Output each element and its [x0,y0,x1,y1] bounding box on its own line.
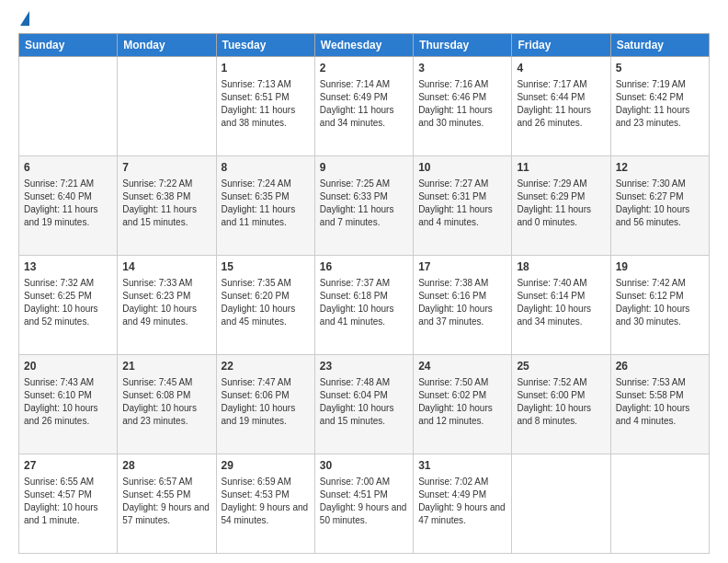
day-number: 9 [320,160,408,176]
calendar-cell: 26Sunrise: 7:53 AMSunset: 5:58 PMDayligh… [610,355,709,454]
daylight-text: Daylight: 10 hours and 19 minutes. [222,402,310,428]
sunset-text: Sunset: 6:33 PM [320,190,408,203]
sunset-text: Sunset: 6:49 PM [320,91,408,104]
sunrise-text: Sunrise: 7:24 AM [222,178,310,190]
sunset-text: Sunset: 6:10 PM [24,389,112,402]
day-number: 17 [418,259,506,275]
calendar-cell: 12Sunrise: 7:30 AMSunset: 6:27 PMDayligh… [610,156,709,256]
sunrise-text: Sunrise: 7:27 AM [418,178,506,190]
col-header-tuesday: Tuesday [216,34,314,57]
sunrise-text: Sunrise: 7:38 AM [418,277,506,290]
calendar-cell: 18Sunrise: 7:40 AMSunset: 6:14 PMDayligh… [512,256,610,355]
calendar-header-row: SundayMondayTuesdayWednesdayThursdayFrid… [19,34,710,57]
sunrise-text: Sunrise: 7:47 AM [222,376,310,389]
sunset-text: Sunset: 6:18 PM [320,290,408,303]
daylight-text: Daylight: 11 hours and 23 minutes. [616,104,704,130]
day-number: 25 [517,359,605,374]
calendar-cell: 28Sunrise: 6:57 AMSunset: 4:55 PMDayligh… [118,454,216,554]
day-number: 10 [418,160,506,176]
day-number: 7 [122,160,210,176]
daylight-text: Daylight: 10 hours and 8 minutes. [517,402,605,428]
sunset-text: Sunset: 6:02 PM [418,389,506,402]
sunrise-text: Sunrise: 7:45 AM [122,376,210,389]
daylight-text: Daylight: 11 hours and 34 minutes. [320,104,408,130]
week-row-4: 20Sunrise: 7:43 AMSunset: 6:10 PMDayligh… [19,355,710,454]
day-number: 1 [222,61,310,76]
sunrise-text: Sunrise: 7:25 AM [320,178,408,190]
day-number: 20 [24,359,112,374]
daylight-text: Daylight: 11 hours and 30 minutes. [418,104,506,130]
calendar-cell: 9Sunrise: 7:25 AMSunset: 6:33 PMDaylight… [314,156,413,256]
calendar-cell: 15Sunrise: 7:35 AMSunset: 6:20 PMDayligh… [216,256,314,355]
sunset-text: Sunset: 6:31 PM [418,190,506,203]
day-number: 4 [517,61,605,76]
sunset-text: Sunset: 6:14 PM [517,290,605,303]
calendar-cell: 20Sunrise: 7:43 AMSunset: 6:10 PMDayligh… [19,355,118,454]
calendar-cell: 6Sunrise: 7:21 AMSunset: 6:40 PMDaylight… [19,156,118,256]
week-row-5: 27Sunrise: 6:55 AMSunset: 4:57 PMDayligh… [19,454,710,554]
calendar-cell: 7Sunrise: 7:22 AMSunset: 6:38 PMDaylight… [118,156,216,256]
day-number: 21 [122,359,210,374]
daylight-text: Daylight: 10 hours and 30 minutes. [616,303,704,328]
day-number: 5 [616,61,704,76]
day-number: 12 [616,160,704,176]
sunrise-text: Sunrise: 7:43 AM [24,376,112,389]
day-number: 19 [616,259,704,275]
sunrise-text: Sunrise: 7:00 AM [320,476,408,488]
sunrise-text: Sunrise: 7:35 AM [222,277,310,290]
sunrise-text: Sunrise: 7:50 AM [418,376,506,389]
sunrise-text: Sunrise: 7:33 AM [122,277,210,290]
calendar-cell: 1Sunrise: 7:13 AMSunset: 6:51 PMDaylight… [216,57,314,156]
sunrise-text: Sunrise: 7:40 AM [517,277,605,290]
daylight-text: Daylight: 10 hours and 41 minutes. [320,303,408,328]
daylight-text: Daylight: 11 hours and 11 minutes. [222,203,310,229]
daylight-text: Daylight: 10 hours and 56 minutes. [616,203,704,229]
col-header-sunday: Sunday [19,34,118,57]
calendar-cell: 22Sunrise: 7:47 AMSunset: 6:06 PMDayligh… [216,355,314,454]
calendar-cell: 2Sunrise: 7:14 AMSunset: 6:49 PMDaylight… [314,57,413,156]
daylight-text: Daylight: 10 hours and 49 minutes. [122,303,210,328]
calendar-cell: 25Sunrise: 7:52 AMSunset: 6:00 PMDayligh… [512,355,610,454]
day-number: 8 [222,160,310,176]
calendar-cell: 13Sunrise: 7:32 AMSunset: 6:25 PMDayligh… [19,256,118,355]
calendar-cell: 17Sunrise: 7:38 AMSunset: 6:16 PMDayligh… [414,256,512,355]
calendar-cell: 5Sunrise: 7:19 AMSunset: 6:42 PMDaylight… [610,57,709,156]
sunset-text: Sunset: 4:49 PM [418,488,506,501]
daylight-text: Daylight: 10 hours and 12 minutes. [418,402,506,428]
sunrise-text: Sunrise: 7:29 AM [517,178,605,190]
sunrise-text: Sunrise: 7:02 AM [418,476,506,488]
sunset-text: Sunset: 5:58 PM [616,389,704,402]
sunrise-text: Sunrise: 7:48 AM [320,376,408,389]
day-number: 26 [616,359,704,374]
sunset-text: Sunset: 6:20 PM [222,290,310,303]
sunset-text: Sunset: 4:55 PM [122,488,210,501]
sunset-text: Sunset: 6:06 PM [222,389,310,402]
daylight-text: Daylight: 10 hours and 23 minutes. [122,402,210,428]
sunrise-text: Sunrise: 7:21 AM [24,178,112,190]
sunset-text: Sunset: 6:00 PM [517,389,605,402]
day-number: 3 [418,61,506,76]
day-number: 13 [24,259,112,275]
daylight-text: Daylight: 10 hours and 45 minutes. [222,303,310,328]
sunset-text: Sunset: 6:42 PM [616,91,704,104]
day-number: 18 [517,259,605,275]
day-number: 15 [222,259,310,275]
sunrise-text: Sunrise: 6:59 AM [222,476,310,488]
logo-text [18,15,29,26]
col-header-saturday: Saturday [610,34,709,57]
day-number: 2 [320,61,408,76]
week-row-2: 6Sunrise: 7:21 AMSunset: 6:40 PMDaylight… [19,156,710,256]
sunrise-text: Sunrise: 7:16 AM [418,78,506,91]
day-number: 11 [517,160,605,176]
sunset-text: Sunset: 6:38 PM [122,190,210,203]
daylight-text: Daylight: 11 hours and 15 minutes. [122,203,210,229]
calendar-cell: 27Sunrise: 6:55 AMSunset: 4:57 PMDayligh… [19,454,118,554]
calendar-cell [19,57,118,156]
sunrise-text: Sunrise: 7:22 AM [122,178,210,190]
sunrise-text: Sunrise: 7:42 AM [616,277,704,290]
sunset-text: Sunset: 6:12 PM [616,290,704,303]
daylight-text: Daylight: 10 hours and 52 minutes. [24,303,112,328]
col-header-monday: Monday [118,34,216,57]
daylight-text: Daylight: 11 hours and 38 minutes. [222,104,310,130]
col-header-wednesday: Wednesday [314,34,413,57]
